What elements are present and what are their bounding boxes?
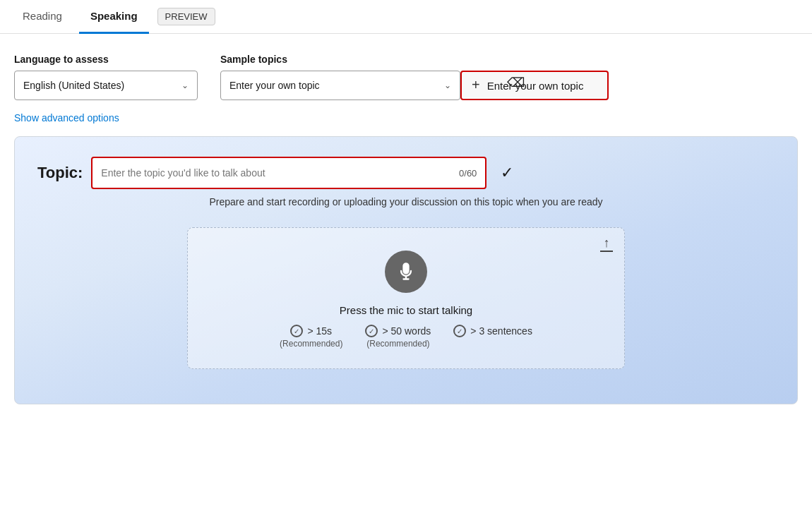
check-circle-2: ✓ <box>365 325 378 337</box>
check-circle-1: ✓ <box>290 325 303 337</box>
sample-topics-arrow: ⌄ <box>444 80 451 90</box>
sample-topics-label: Sample topics <box>220 54 609 65</box>
advanced-options-link[interactable]: Show advanced options <box>14 112 119 124</box>
req-item-1: ✓ > 15s (Recommended) <box>280 325 342 349</box>
plus-icon: + <box>472 78 480 92</box>
tab-preview[interactable]: PREVIEW <box>157 8 215 25</box>
topic-input-row: Topic: 0/60 ✓ <box>37 157 775 189</box>
press-mic-text: Press the mic to start talking <box>340 304 472 316</box>
tab-reading[interactable]: Reading <box>11 0 73 34</box>
language-group: Language to assess English (United State… <box>14 54 198 100</box>
topic-confirm-button[interactable]: ✓ <box>495 161 519 185</box>
topic-input[interactable] <box>101 167 453 179</box>
sample-topics-dropdown[interactable]: Enter your own topic ⌄ <box>220 71 460 100</box>
topic-card: Topic: 0/60 ✓ Prepare and start recordin… <box>14 136 798 404</box>
topic-hint: Prepare and start recording or uploading… <box>37 196 775 207</box>
tab-speaking[interactable]: Speaking <box>79 0 149 34</box>
language-label: Language to assess <box>14 54 198 65</box>
language-dropdown[interactable]: English (United States) ⌄ <box>14 71 198 100</box>
sample-topics-group: Sample topics Enter your own topic ⌄ + E… <box>220 54 609 100</box>
upload-icon[interactable]: ↑ <box>600 236 613 252</box>
req-item-3: ✓ > 3 sentences <box>453 325 532 339</box>
recording-area: ↑ Press the mic to start talking ✓ > 15s <box>187 227 625 369</box>
enter-topic-button[interactable]: + Enter your own topic ⌫ <box>460 71 609 100</box>
mic-icon <box>396 262 416 282</box>
controls-row: Language to assess English (United State… <box>14 54 798 100</box>
main-content: Language to assess English (United State… <box>0 34 812 418</box>
req-item-2: ✓ > 50 words (Recommended) <box>365 325 431 349</box>
tab-bar: Reading Speaking PREVIEW <box>0 0 812 34</box>
char-count: 0/60 <box>459 168 477 179</box>
language-dropdown-arrow: ⌄ <box>181 80 189 90</box>
topic-label: Topic: <box>37 164 83 182</box>
topic-input-wrapper: 0/60 <box>91 157 486 189</box>
requirements-row: ✓ > 15s (Recommended) ✓ > 50 words (Reco… <box>280 325 532 349</box>
mic-button[interactable] <box>385 251 427 293</box>
check-circle-3: ✓ <box>453 325 466 337</box>
